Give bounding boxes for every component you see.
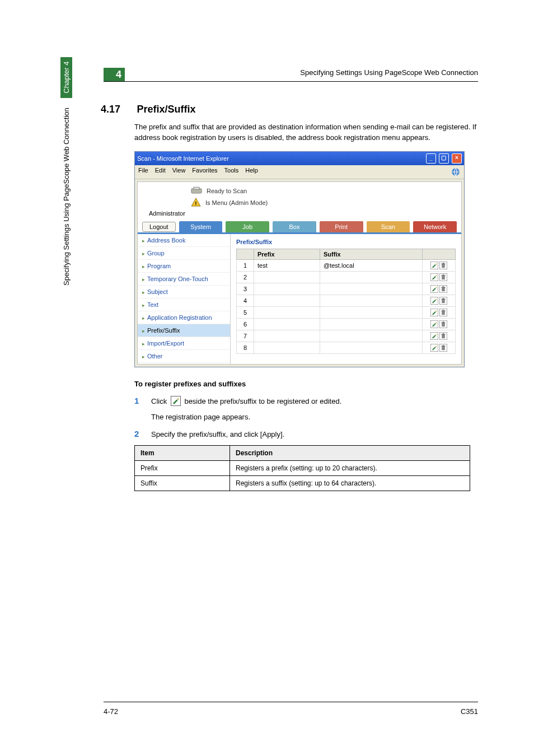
menu-help[interactable]: Help [245, 167, 258, 177]
step-1-text: Click beside the prefix/suffix to be reg… [151, 396, 478, 407]
edit-icon[interactable] [430, 320, 438, 328]
col-prefix: Prefix [254, 249, 320, 259]
delete-icon[interactable] [439, 344, 447, 352]
delete-icon[interactable] [439, 297, 447, 305]
sidebar-item-prefixsuffix[interactable]: Prefix/Suffix [138, 324, 230, 337]
sidebar-item-group[interactable]: Group [138, 247, 230, 260]
section-number: 4.17 [101, 104, 134, 115]
window-title: Scan - Microsoft Internet Explorer [137, 155, 229, 162]
desc-head-desc: Description [230, 446, 470, 461]
step-2-number: 2 [134, 429, 151, 440]
table-row: Suffix Registers a suffix (setting: up t… [135, 476, 470, 491]
menu-view[interactable]: View [172, 167, 186, 177]
svg-rect-23 [442, 299, 446, 300]
table-row: 6 [237, 319, 456, 330]
sidebar-item-subject[interactable]: Subject [138, 286, 230, 298]
tab-print[interactable]: Print [320, 221, 363, 232]
menu-file[interactable]: File [138, 167, 148, 177]
svg-rect-44 [443, 346, 444, 346]
procedure-subhead: To register prefixes and suffixes [134, 380, 478, 388]
row-number: 3 [237, 283, 254, 295]
edit-icon[interactable] [430, 297, 438, 305]
svg-text:!: ! [195, 200, 196, 206]
step-2-text: Specify the prefix/suffix, and click [Ap… [151, 429, 478, 440]
prefix-suffix-table: Prefix Suffix 1test@test.local2345678 [236, 249, 456, 354]
row-prefix [254, 330, 320, 342]
menu-favorites[interactable]: Favorites [192, 167, 217, 177]
step-1-number: 1 [134, 396, 151, 407]
svg-rect-2 [194, 187, 199, 189]
svg-rect-28 [442, 311, 446, 311]
tab-network[interactable]: Network [413, 221, 457, 232]
col-suffix: Suffix [320, 249, 423, 259]
maximize-icon[interactable]: ▢ [439, 153, 449, 164]
tab-scan[interactable]: Scan [367, 221, 410, 232]
row-prefix [254, 271, 320, 283]
footer-model: C351 [461, 707, 478, 716]
logout-button[interactable]: Logout [142, 222, 176, 232]
delete-icon[interactable] [439, 273, 447, 281]
footer-rule [104, 702, 478, 702]
row-number: 4 [237, 295, 254, 306]
table-row: 2 [237, 271, 456, 283]
svg-rect-12 [442, 276, 445, 279]
row-prefix [254, 307, 320, 319]
row-suffix [320, 342, 423, 354]
edit-icon [171, 396, 181, 406]
row-suffix [320, 330, 423, 342]
svg-rect-29 [443, 310, 444, 310]
svg-rect-32 [442, 323, 445, 326]
tab-job[interactable]: Job [226, 221, 269, 232]
table-row: 3 [237, 283, 456, 295]
edit-icon[interactable] [430, 332, 438, 340]
row-prefix [254, 283, 320, 295]
intro-paragraph: The prefix and suffix that are provided … [134, 122, 478, 143]
tab-box[interactable]: Box [273, 221, 316, 232]
row-prefix [254, 295, 320, 306]
edit-icon[interactable] [430, 273, 438, 281]
menu-edit[interactable]: Edit [155, 167, 166, 177]
delete-icon[interactable] [439, 320, 447, 328]
sidebar-item-importexport[interactable]: Import/Export [138, 337, 230, 350]
close-icon[interactable]: × [452, 153, 462, 164]
browser-screenshot: Scan - Microsoft Internet Explorer _ ▢ ×… [134, 151, 465, 368]
tab-system[interactable]: System [179, 221, 223, 232]
svg-rect-43 [442, 346, 446, 347]
svg-rect-19 [443, 286, 444, 287]
printer-icon [191, 186, 202, 195]
delete-icon[interactable] [439, 332, 447, 340]
table-row: Prefix Registers a prefix (setting: up t… [135, 461, 470, 476]
row-number: 5 [237, 307, 254, 319]
sidebar-item-text[interactable]: Text [138, 298, 230, 311]
table-row: 4 [237, 295, 456, 306]
edit-icon[interactable] [430, 344, 438, 352]
edit-icon[interactable] [430, 262, 438, 269]
svg-rect-9 [443, 263, 444, 263]
svg-rect-18 [442, 287, 446, 287]
side-running-text: Specifying Settings Using PageScope Web … [60, 57, 72, 286]
sidebar-item-addressbook[interactable]: Address Book [138, 234, 230, 247]
ready-label: Ready to Scan [207, 188, 247, 194]
sidebar-item-appreg[interactable]: Application Registration [138, 311, 230, 324]
row-prefix: test [254, 259, 320, 271]
minimize-icon[interactable]: _ [426, 153, 436, 164]
svg-rect-7 [442, 264, 445, 268]
delete-icon[interactable] [439, 262, 447, 269]
step-1-sub: The registration page appears. [151, 413, 478, 421]
edit-icon[interactable] [430, 309, 438, 316]
svg-rect-8 [442, 263, 446, 264]
header-rule [104, 81, 478, 82]
delete-icon[interactable] [439, 309, 447, 316]
sidebar-item-temporary[interactable]: Temporary One-Touch [138, 273, 230, 286]
browser-menubar: File Edit View Favorites Tools Help [135, 165, 464, 179]
table-row: 7 [237, 330, 456, 342]
svg-rect-24 [443, 298, 444, 298]
side-chapter-badge: Chapter 4 [60, 57, 72, 98]
edit-icon[interactable] [430, 285, 438, 293]
delete-icon[interactable] [439, 285, 447, 293]
sidebar-item-program[interactable]: Program [138, 260, 230, 273]
sidebar-item-other[interactable]: Other [138, 350, 230, 363]
svg-rect-37 [442, 335, 445, 338]
svg-rect-17 [442, 288, 445, 291]
menu-tools[interactable]: Tools [224, 167, 239, 177]
